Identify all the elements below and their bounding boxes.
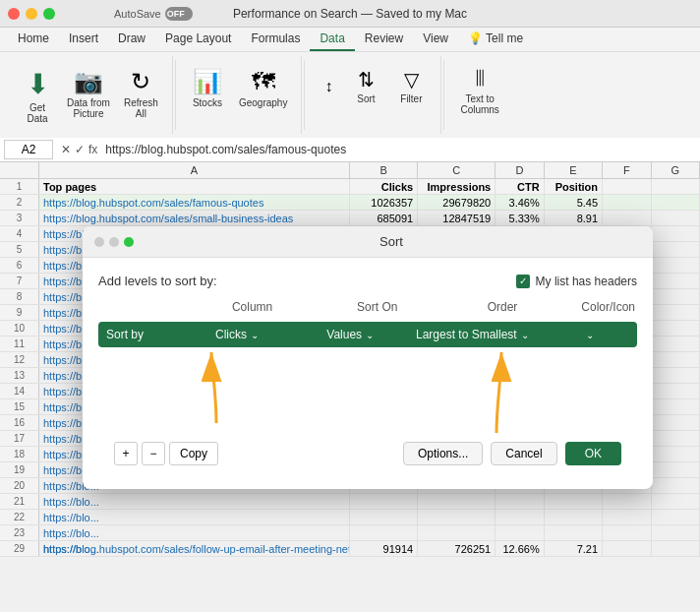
sort-button[interactable]: ⇅ Sort bbox=[344, 64, 387, 108]
cell-position-2[interactable]: 5.45 bbox=[545, 195, 603, 210]
dialog-title: Sort bbox=[379, 234, 403, 249]
cell-url-28[interactable]: https://blog.hubspot.com/sales/follow-up… bbox=[39, 541, 350, 556]
cell-g-19 bbox=[652, 462, 700, 477]
cell-ctr-2[interactable]: 3.46% bbox=[496, 195, 544, 210]
header-impressions[interactable]: Impressions bbox=[418, 179, 496, 194]
header-top-pages[interactable]: Top pages bbox=[39, 179, 350, 194]
cancel-button[interactable]: Cancel bbox=[491, 442, 556, 465]
tab-formulas[interactable]: Formulas bbox=[241, 28, 310, 51]
cell-ctr-28[interactable]: 12.66% bbox=[496, 541, 544, 556]
header-position[interactable]: Position bbox=[545, 179, 603, 194]
header-clicks[interactable]: Clicks bbox=[350, 179, 418, 194]
dialog-close[interactable] bbox=[94, 237, 104, 247]
cell-url-2[interactable]: https://blog.hubspot.com/sales/famous-qu… bbox=[39, 195, 350, 210]
cancel-formula-icon[interactable]: ✕ bbox=[61, 143, 71, 156]
tab-data[interactable]: Data bbox=[310, 28, 354, 51]
cell-g-13 bbox=[652, 368, 700, 383]
window-controls[interactable] bbox=[8, 8, 55, 20]
confirm-formula-icon[interactable]: ✓ bbox=[75, 143, 85, 156]
cell-impressions-3[interactable]: 12847519 bbox=[418, 211, 496, 225]
headers-checkbox[interactable]: ✓ bbox=[516, 275, 530, 288]
cell-f-22 bbox=[603, 510, 651, 524]
data-from-picture-button[interactable]: 📷 Data fromPicture bbox=[61, 64, 116, 123]
text-to-columns-button[interactable]: ⫴ Text toColumns bbox=[454, 60, 504, 119]
row-num-header bbox=[0, 162, 39, 178]
row-num-7: 7 bbox=[0, 274, 39, 288]
table-row[interactable]: 21 https://blo... bbox=[0, 494, 700, 510]
cell-url-3[interactable]: https://blog.hubspot.com/sales/small-bus… bbox=[39, 211, 350, 225]
row-num-2: 2 bbox=[0, 195, 39, 210]
my-list-headers-checkbox[interactable]: ✓ My list has headers bbox=[516, 275, 637, 288]
cell-url-22[interactable]: https://blo... bbox=[39, 510, 350, 524]
col-header-e[interactable]: E bbox=[545, 162, 603, 178]
row-num-10: 10 bbox=[0, 321, 39, 336]
tab-draw[interactable]: Draw bbox=[108, 28, 155, 51]
cell-impressions-2[interactable]: 29679820 bbox=[418, 195, 496, 210]
cell-position-23 bbox=[545, 525, 603, 540]
close-button[interactable] bbox=[8, 8, 20, 20]
cell-clicks-28[interactable]: 91914 bbox=[350, 541, 418, 556]
cell-g-20 bbox=[652, 478, 700, 493]
geography-button[interactable]: 🗺 Geography bbox=[233, 64, 293, 112]
cell-clicks-3[interactable]: 685091 bbox=[350, 211, 418, 225]
cell-position-3[interactable]: 8.91 bbox=[545, 211, 603, 225]
ribbon-group-text-columns: ⫴ Text toColumns bbox=[446, 56, 512, 134]
tab-tell-me[interactable]: 💡 Tell me bbox=[458, 28, 533, 51]
insert-function-icon[interactable]: fx bbox=[88, 143, 97, 156]
cell-url-21[interactable]: https://blo... bbox=[39, 494, 350, 509]
col-header-g[interactable]: G bbox=[652, 162, 700, 178]
tab-view[interactable]: View bbox=[413, 28, 458, 51]
table-row[interactable]: 3 https://blog.hubspot.com/sales/small-b… bbox=[0, 211, 700, 226]
table-row-last[interactable]: 29 https://blog.hubspot.com/sales/follow… bbox=[0, 541, 700, 557]
dialog-window-controls[interactable] bbox=[94, 237, 134, 247]
table-row[interactable]: 23 https://blo... bbox=[0, 525, 700, 541]
get-data-button[interactable]: ⬇ GetData bbox=[16, 64, 59, 128]
tab-insert[interactable]: Insert bbox=[59, 28, 108, 51]
remove-level-button[interactable]: − bbox=[142, 442, 165, 465]
add-level-button[interactable]: + bbox=[114, 442, 138, 465]
table-row[interactable]: 22 https://blo... bbox=[0, 510, 700, 525]
refresh-all-button[interactable]: ↻ RefreshAll bbox=[118, 64, 164, 123]
cell-clicks-2[interactable]: 1026357 bbox=[350, 195, 418, 210]
col-header-f[interactable]: F bbox=[603, 162, 651, 178]
formula-input[interactable] bbox=[105, 143, 696, 156]
cell-position-28[interactable]: 7.21 bbox=[545, 541, 603, 556]
row-num-18: 18 bbox=[0, 447, 39, 461]
col-header-d[interactable]: D bbox=[496, 162, 544, 178]
ok-button[interactable]: OK bbox=[565, 442, 621, 465]
cell-impressions-28[interactable]: 726251 bbox=[418, 541, 496, 556]
col-header-a[interactable]: A bbox=[39, 162, 350, 178]
col-label-color: Color/Icon bbox=[579, 300, 637, 314]
tab-home[interactable]: Home bbox=[8, 28, 59, 51]
cell-url-23[interactable]: https://blo... bbox=[39, 525, 350, 540]
sorton-dropdown-arrow: ⌄ bbox=[366, 330, 374, 340]
sort-on-dropdown[interactable]: Values ⌄ bbox=[307, 328, 394, 341]
cell-ctr-3[interactable]: 5.33% bbox=[496, 211, 544, 225]
column-dropdown-arrow: ⌄ bbox=[251, 330, 259, 340]
autosave-toggle[interactable]: AutoSave OFF bbox=[114, 7, 193, 21]
col-header-b[interactable]: B bbox=[350, 162, 418, 178]
minimize-button[interactable] bbox=[26, 8, 37, 20]
stocks-button[interactable]: 📊 Stocks bbox=[186, 64, 229, 112]
header-ctr[interactable]: CTR bbox=[496, 179, 544, 194]
table-row[interactable]: 2 https://blog.hubspot.com/sales/famous-… bbox=[0, 195, 700, 211]
cell-position-22 bbox=[545, 510, 603, 524]
col-header-c[interactable]: C bbox=[418, 162, 496, 178]
maximize-button[interactable] bbox=[43, 8, 55, 20]
refresh-icon: ↻ bbox=[131, 68, 150, 95]
copy-level-button[interactable]: Copy bbox=[169, 442, 218, 465]
sort-order-dropdown[interactable]: Largest to Smallest ⌄ bbox=[398, 328, 547, 341]
options-button[interactable]: Options... bbox=[403, 442, 483, 465]
tab-page-layout[interactable]: Page Layout bbox=[155, 28, 241, 51]
filter-button[interactable]: ▽ Filter bbox=[389, 64, 433, 108]
sort-az-button[interactable]: ↕ bbox=[315, 64, 342, 108]
sort-column-dropdown[interactable]: Clicks ⌄ bbox=[171, 328, 302, 341]
sort-color-dropdown[interactable]: ⌄ bbox=[551, 330, 629, 340]
tab-review[interactable]: Review bbox=[355, 28, 413, 51]
ribbon-content: ⬇ GetData 📷 Data fromPicture ↻ RefreshAl… bbox=[0, 52, 700, 138]
sort-order-value: Largest to Smallest bbox=[416, 328, 517, 341]
cell-reference[interactable]: A2 bbox=[4, 140, 53, 159]
autosave-switch[interactable]: OFF bbox=[165, 7, 193, 21]
dialog-minimize[interactable] bbox=[109, 237, 119, 247]
dialog-maximize[interactable] bbox=[124, 237, 134, 247]
